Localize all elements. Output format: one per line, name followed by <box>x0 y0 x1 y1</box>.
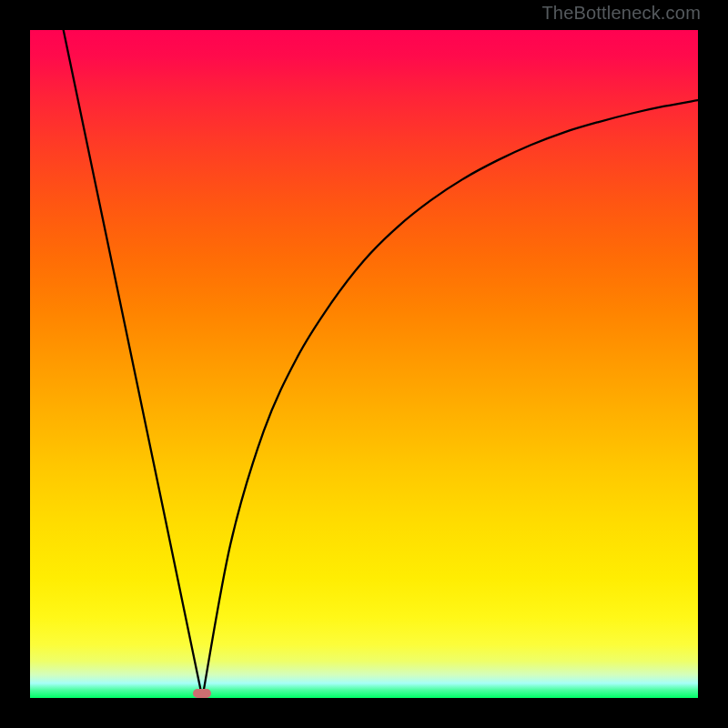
curve-left-branch <box>64 30 203 698</box>
curve-layer <box>30 30 698 698</box>
watermark-text: TheBottleneck.com <box>541 3 701 24</box>
frame: TheBottleneck.com <box>0 0 728 728</box>
plot-area <box>30 30 698 698</box>
minimum-marker <box>193 689 211 698</box>
curve-right-branch <box>202 100 698 698</box>
